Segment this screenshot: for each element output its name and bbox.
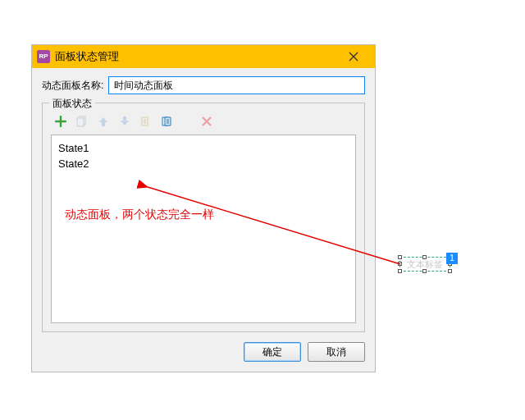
text-label-box[interactable]: 文本标签 1 <box>399 257 450 272</box>
edit-all-icon[interactable] <box>161 115 174 128</box>
delete-icon[interactable] <box>200 115 213 128</box>
dialog-title: 面板状态管理 <box>55 49 337 64</box>
resize-handle[interactable] <box>398 269 402 273</box>
resize-handle[interactable] <box>398 255 402 259</box>
resize-handle[interactable] <box>398 262 402 266</box>
states-toolbar <box>51 110 356 135</box>
move-down-icon[interactable] <box>118 115 131 128</box>
svg-rect-1 <box>77 118 84 126</box>
duplicate-icon[interactable] <box>75 115 89 128</box>
move-up-icon[interactable] <box>97 115 110 128</box>
edit-icon[interactable] <box>139 115 153 128</box>
close-icon <box>349 52 358 62</box>
fieldset-legend: 面板状态 <box>49 97 95 111</box>
state-list[interactable]: State1 State2 动态面板，两个状态完全一样 <box>51 135 356 323</box>
list-item[interactable]: State2 <box>58 156 349 171</box>
dialog-body: 动态面板名称: 面板状态 <box>32 68 375 372</box>
annotation-text: 动态面板，两个状态完全一样 <box>65 208 214 222</box>
list-item[interactable]: State1 <box>58 140 349 156</box>
titlebar[interactable]: RP 面板状态管理 <box>32 45 375 68</box>
app-icon: RP <box>37 50 50 63</box>
footnote-badge: 1 <box>446 253 458 264</box>
panel-state-dialog: RP 面板状态管理 动态面板名称: 面板状态 <box>31 44 376 372</box>
resize-handle[interactable] <box>422 255 427 259</box>
states-fieldset: 面板状态 <box>42 103 365 332</box>
panel-name-input[interactable] <box>108 76 365 94</box>
external-text-widget[interactable]: 文本标签 1 <box>399 257 457 273</box>
name-row: 动态面板名称: <box>42 76 365 94</box>
name-label: 动态面板名称: <box>42 79 103 93</box>
add-icon[interactable] <box>54 115 67 128</box>
cancel-button[interactable]: 取消 <box>308 342 365 362</box>
resize-handle[interactable] <box>448 269 452 273</box>
button-row: 确定 取消 <box>42 342 365 362</box>
resize-handle[interactable] <box>422 269 427 273</box>
close-button[interactable] <box>337 45 370 68</box>
ok-button[interactable]: 确定 <box>244 342 301 362</box>
